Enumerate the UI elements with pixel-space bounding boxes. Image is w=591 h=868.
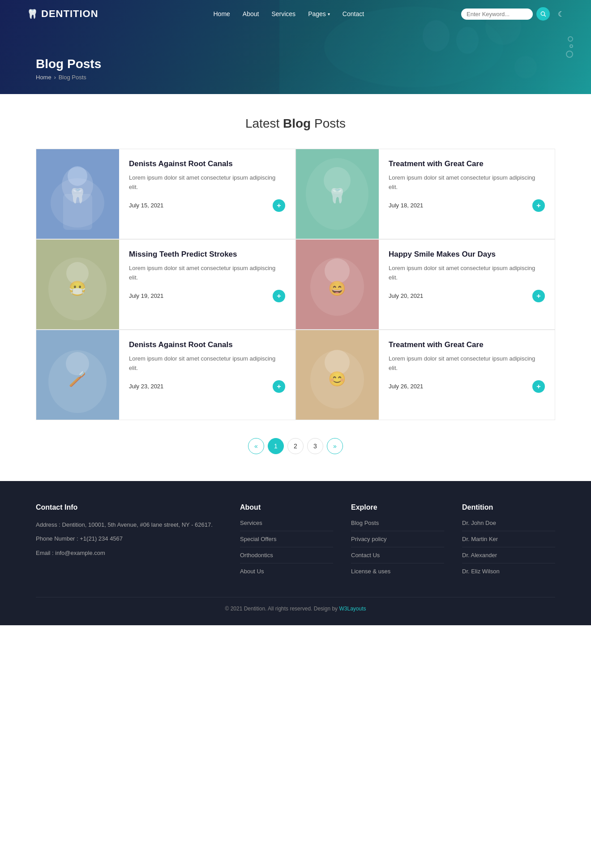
blog-card-excerpt: Lorem ipsum dolor sit amet consectetur i… <box>389 173 545 192</box>
search-button[interactable] <box>536 7 550 21</box>
blog-card-date: July 19, 2021 <box>129 292 163 299</box>
nav-pages[interactable]: Pages ▾ <box>308 10 330 17</box>
copyright-link[interactable]: W3Layouts <box>339 606 366 612</box>
footer-phone: Phone Number : +1(21) 234 4567 <box>36 533 222 544</box>
blog-card-read-more-button[interactable] <box>273 199 285 212</box>
pagination-prev[interactable]: « <box>248 438 264 454</box>
blog-card-date: July 23, 2021 <box>129 383 163 390</box>
footer-about-link-services[interactable]: Services <box>240 520 333 531</box>
breadcrumb-separator: › <box>54 74 56 81</box>
footer-explore-title: Explore <box>351 503 444 511</box>
plus-icon <box>535 202 542 209</box>
blog-card-body: Denists Against Root Canals Lorem ipsum … <box>119 330 295 420</box>
blog-card-read-more-button[interactable] <box>273 290 285 302</box>
nav-contact[interactable]: Contact <box>343 10 364 17</box>
footer-dentition-title: Dentition <box>462 503 555 511</box>
blog-card-excerpt: Lorem ipsum dolor sit amet consectetur i… <box>129 173 285 192</box>
pagination-page-1[interactable]: 1 <box>268 438 284 454</box>
search-icon <box>540 11 546 17</box>
footer-explore-contact[interactable]: Contact Us <box>351 552 444 563</box>
blog-card-footer: July 15, 2021 <box>129 199 285 212</box>
footer-dentition-col: Dentition Dr. John Doe Dr. Martin Ker Dr… <box>462 503 555 584</box>
blog-card: 🦷 Denists Against Root Canals Lorem ipsu… <box>36 149 296 239</box>
blog-card-body: Denists Against Root Canals Lorem ipsum … <box>119 149 295 239</box>
main-content: Latest Blog Posts 🦷 Denists Against Root… <box>0 94 591 481</box>
blog-card-image: 😷 <box>36 240 119 329</box>
brand-logo[interactable]: 🦷 DENTITION <box>27 8 98 20</box>
pagination-next[interactable]: » <box>327 438 343 454</box>
footer-about-link-offers[interactable]: Special Offers <box>240 536 333 547</box>
copyright-text: © 2021 Dentition. All rights reserved. D… <box>225 606 339 612</box>
footer-about-link-ortho[interactable]: Orthodontics <box>240 552 333 563</box>
footer-explore-blog[interactable]: Blog Posts <box>351 520 444 531</box>
footer-dentition-eliz[interactable]: Dr. Eliz Wilson <box>462 568 555 579</box>
svg-line-1 <box>544 15 546 17</box>
blog-card-date: July 15, 2021 <box>129 202 163 209</box>
blog-card-image: 🦷 <box>36 149 119 239</box>
footer-dentition-alex[interactable]: Dr. Alexander <box>462 552 555 563</box>
svg-text:😄: 😄 <box>328 280 346 297</box>
search-input[interactable] <box>461 9 533 20</box>
blog-card-title: Missing Teeth Predict Strokes <box>129 249 285 259</box>
plus-icon <box>276 383 282 390</box>
nav-links: Home About Services Pages ▾ Contact <box>116 10 461 17</box>
page-title: Blog Posts <box>36 57 101 71</box>
footer-explore-privacy[interactable]: Privacy policy <box>351 536 444 547</box>
footer-dentition-john[interactable]: Dr. John Doe <box>462 520 555 531</box>
blog-card-body: Missing Teeth Predict Strokes Lorem ipsu… <box>119 240 295 329</box>
chevron-down-icon: ▾ <box>328 12 330 17</box>
blog-card-date: July 18, 2021 <box>389 202 423 209</box>
heading-post: Posts <box>311 116 346 130</box>
pagination-page-3[interactable]: 3 <box>307 438 323 454</box>
nav-home[interactable]: Home <box>213 10 230 17</box>
footer-dentition-links: Dr. John Doe Dr. Martin Ker Dr. Alexande… <box>462 520 555 579</box>
footer-about-link-about[interactable]: About Us <box>240 568 333 579</box>
blog-card-excerpt: Lorem ipsum dolor sit amet consectetur i… <box>129 354 285 373</box>
heading-bold: Blog <box>283 116 311 130</box>
blog-card-body: Happy Smile Makes Our Days Lorem ipsum d… <box>379 240 555 329</box>
tooth-icon: 🦷 <box>27 9 39 19</box>
blog-card-title: Treatment with Great Care <box>389 159 545 169</box>
blog-card-body: Treatment with Great Care Lorem ipsum do… <box>379 330 555 420</box>
blog-card-footer: July 26, 2021 <box>389 380 545 393</box>
blog-card-excerpt: Lorem ipsum dolor sit amet consectetur i… <box>389 264 545 283</box>
footer-explore-license[interactable]: License & uses <box>351 568 444 579</box>
blog-card-read-more-button[interactable] <box>273 380 285 393</box>
nav-search-area: ☾ <box>461 7 564 21</box>
blog-card-body: Treatment with Great Care Lorem ipsum do… <box>379 149 555 239</box>
pagination: « 1 2 3 » <box>36 438 555 454</box>
svg-point-5 <box>514 56 537 78</box>
hero-circle-xs <box>570 44 573 48</box>
breadcrumb-current: Blog Posts <box>59 74 86 81</box>
blog-card-read-more-button[interactable] <box>532 199 545 212</box>
footer-bottom: © 2021 Dentition. All rights reserved. D… <box>36 597 555 612</box>
footer-explore-col: Explore Blog Posts Privacy policy Contac… <box>351 503 444 584</box>
blog-card: 🦷 Treatment with Great Care Lorem ipsum … <box>296 149 555 239</box>
blog-card-footer: July 18, 2021 <box>389 199 545 212</box>
footer-dentition-martin[interactable]: Dr. Martin Ker <box>462 536 555 547</box>
brand-name: DENTITION <box>41 8 98 20</box>
nav-about[interactable]: About <box>243 10 259 17</box>
blog-card-title: Denists Against Root Canals <box>129 159 285 169</box>
svg-point-11 <box>68 166 87 186</box>
section-heading: Latest Blog Posts <box>36 116 555 131</box>
blog-card-image: 😄 <box>296 240 379 329</box>
navbar: 🦷 DENTITION Home About Services Pages ▾ … <box>0 0 591 28</box>
footer-contact-title: Contact Info <box>36 503 222 511</box>
footer-about-links: Services Special Offers Orthodontics Abo… <box>240 520 333 579</box>
hero-content: Blog Posts Home › Blog Posts <box>0 57 101 81</box>
heading-pre: Latest <box>245 116 283 130</box>
svg-text:🪥: 🪥 <box>69 370 86 387</box>
blog-card-read-more-button[interactable] <box>532 290 545 302</box>
breadcrumb-home[interactable]: Home <box>36 74 51 81</box>
blog-card-title: Happy Smile Makes Our Days <box>389 249 545 259</box>
pagination-page-2[interactable]: 2 <box>287 438 304 454</box>
blog-card-date: July 20, 2021 <box>389 292 423 299</box>
plus-icon <box>276 293 282 299</box>
blog-card: 😄 Happy Smile Makes Our Days Lorem ipsum… <box>296 239 555 330</box>
nav-services[interactable]: Services <box>271 10 296 17</box>
blog-card-read-more-button[interactable] <box>532 380 545 393</box>
svg-text:😊: 😊 <box>328 370 346 387</box>
dark-mode-toggle[interactable]: ☾ <box>558 10 564 18</box>
plus-icon <box>535 383 542 390</box>
